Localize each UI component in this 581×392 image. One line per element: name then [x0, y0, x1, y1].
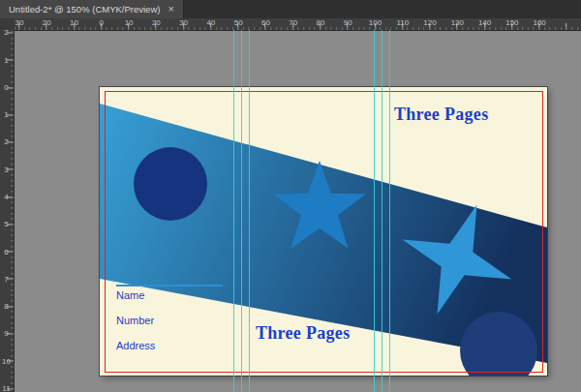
v-ruler-label: 0 — [0, 82, 13, 91]
v-ruler-label: 2 — [0, 137, 13, 146]
artboard-page[interactable]: Three Pages Three Pages Name Number Addr… — [100, 87, 547, 376]
h-ruler-label: 70 — [289, 18, 297, 27]
vertical-guide[interactable] — [249, 30, 250, 392]
h-ruler-label: 80 — [317, 18, 325, 27]
v-ruler-label: 7 — [0, 274, 13, 283]
v-ruler-label: 2 — [0, 30, 13, 37]
v-ruler-label: 1 — [0, 55, 13, 64]
canvas-area[interactable]: Three Pages Three Pages Name Number Addr… — [14, 30, 581, 392]
h-ruler-label: 0 — [100, 18, 104, 27]
h-ruler-label: 60 — [261, 18, 270, 27]
illustrator-window: Untitled-2* @ 150% (CMYK/Preview) × 3020… — [0, 0, 581, 392]
circle-shape[interactable] — [134, 147, 207, 221]
v-ruler-label: 10 — [0, 356, 13, 365]
vertical-guide[interactable] — [382, 30, 382, 392]
h-ruler-label: 10 — [70, 18, 78, 27]
vertical-guide[interactable] — [389, 30, 390, 392]
v-ruler-label: 6 — [0, 247, 13, 256]
h-ruler-label: 140 — [478, 18, 491, 27]
brand-text-top[interactable]: Three Pages — [394, 105, 488, 125]
h-ruler-label: 160 — [533, 18, 545, 27]
h-ruler-label: 90 — [344, 18, 352, 27]
document-tab[interactable]: Untitled-2* @ 150% (CMYK/Preview) × — [0, 0, 184, 18]
contact-label-name[interactable]: Name — [116, 289, 144, 301]
v-ruler-label: 5 — [0, 220, 13, 228]
v-ruler-label: 4 — [0, 193, 13, 201]
v-ruler-label: 8 — [0, 302, 13, 311]
h-ruler-label: 40 — [206, 18, 215, 27]
vertical-guide[interactable] — [374, 30, 375, 392]
h-ruler-label: 150 — [505, 18, 518, 27]
h-ruler-label: 100 — [369, 18, 382, 27]
h-ruler-label: 50 — [234, 18, 243, 27]
h-ruler-label: 10 — [125, 18, 134, 27]
brand-text-bottom[interactable]: Three Pages — [256, 323, 350, 344]
h-ruler-label: 30 — [15, 18, 24, 27]
h-ruler-label: 30 — [179, 18, 188, 27]
v-ruler-label: 3 — [0, 165, 13, 173]
vertical-guide[interactable] — [233, 30, 234, 392]
h-ruler-label: 20 — [43, 18, 51, 27]
contact-divider-line[interactable] — [116, 285, 223, 286]
h-ruler-label: 130 — [451, 18, 464, 27]
v-ruler-label: 9 — [0, 329, 13, 338]
document-tab-title: Untitled-2* @ 150% (CMYK/Preview) — [9, 4, 160, 15]
h-ruler-label: 20 — [152, 18, 161, 27]
vertical-guide[interactable] — [241, 30, 242, 392]
close-icon[interactable]: × — [168, 4, 173, 15]
document-tab-bar: Untitled-2* @ 150% (CMYK/Preview) × — [0, 0, 581, 19]
v-ruler-label: 1 — [0, 110, 13, 119]
contact-label-number[interactable]: Number — [116, 315, 154, 326]
contact-label-address[interactable]: Address — [116, 340, 155, 351]
v-ruler-label: 11 — [0, 383, 13, 392]
h-ruler-label: 110 — [396, 18, 409, 27]
h-ruler-label: 120 — [423, 18, 436, 27]
vertical-ruler[interactable]: 2101234567891011 — [0, 30, 15, 392]
